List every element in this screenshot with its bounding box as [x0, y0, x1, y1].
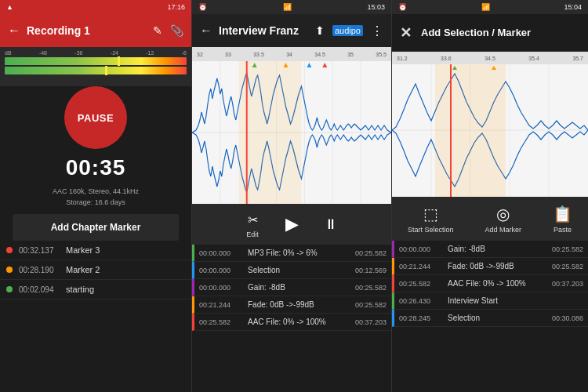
- event-row-2[interactable]: 00:00.000 Selection 00:12.569: [192, 262, 391, 279]
- playback-header: ← Interview Franz ⬆ audipo ⋮: [192, 14, 391, 47]
- event-start-2: 00:00.000: [199, 267, 243, 274]
- status-time-2: 15:03: [367, 3, 385, 11]
- p3-event-label-3: AAC File: 0% -> 100%: [448, 279, 547, 288]
- alarm-icon-3: ⏰: [398, 3, 407, 11]
- audio-info-line1: AAC 160k, Stereo, 44.1kHz: [53, 187, 139, 198]
- add-chapter-marker-button[interactable]: Add Chapter Marker: [13, 214, 179, 241]
- event-label-1: MP3 File: 0% -> 6%: [248, 249, 350, 257]
- meter-bar-right: [5, 67, 187, 74]
- ruler-34: 34: [286, 52, 292, 57]
- ruler3-33: 33.6: [441, 56, 452, 61]
- p3-event-row-3[interactable]: 00:25.582 AAC File: 0% -> 100% 00:37.203: [392, 275, 588, 292]
- recording-title: Recording 1: [27, 24, 153, 37]
- paste-label: Paste: [554, 226, 572, 234]
- meter-label-db: dB: [5, 50, 12, 56]
- clip-icon[interactable]: 📎: [170, 24, 183, 37]
- p3-event-label-2: Fade: 0dB ->-99dB: [448, 262, 547, 270]
- event-start-1: 00:00.000: [199, 249, 243, 257]
- edit-control[interactable]: ✂ Edit: [243, 210, 262, 238]
- meter-label-48: -48: [39, 50, 47, 56]
- signal-icon: ▲: [6, 3, 13, 11]
- p3-event-start-1: 00:00.000: [399, 245, 443, 253]
- p3-event-start-5: 00:28.245: [399, 314, 443, 322]
- p3-event-label-1: Gain: -8dB: [448, 245, 547, 253]
- marker-time-3: 00:32.137: [19, 246, 60, 255]
- pause-control[interactable]: ⏸: [321, 215, 340, 234]
- recording-header: ← Recording 1 ✎ 📎: [0, 14, 191, 47]
- event-row-4[interactable]: 00:21.244 Fade: 0dB ->-99dB 00:25.582: [192, 296, 391, 314]
- p3-event-label-5: Selection: [448, 314, 547, 322]
- audipo-icon[interactable]: audipo: [332, 25, 363, 36]
- ruler3-31: 31.2: [397, 56, 408, 61]
- ruler-35: 35: [347, 52, 354, 57]
- event-end-2: 00:12.569: [355, 267, 387, 274]
- add-marker-button[interactable]: ◎ Add Marker: [478, 201, 528, 237]
- p3-event-row-5[interactable]: 00:28.245 Selection 00:30.086: [392, 310, 588, 327]
- waveform-area-3[interactable]: 31.2 33.6 34.5 35.4 35.7: [392, 52, 588, 197]
- meter-label-12: -12: [146, 50, 154, 56]
- record-section: PAUSE 00:35 AAC 160k, Stereo, 44.1kHz St…: [0, 86, 191, 241]
- paste-button[interactable]: 📋 Paste: [546, 201, 579, 237]
- add-marker-icon: ◎: [496, 205, 510, 223]
- p3-event-row-1[interactable]: 00:00.000 Gain: -8dB 00:25.582: [392, 241, 588, 258]
- start-selection-label: Start Selection: [408, 226, 454, 234]
- p3-event-start-4: 00:26.430: [399, 297, 443, 305]
- p3-event-row-2[interactable]: 00:21.244 Fade: 0dB ->-99dB 00:25.582: [392, 258, 588, 275]
- play-button[interactable]: ▶: [278, 210, 306, 238]
- wifi-icon-3: 📶: [481, 3, 490, 11]
- status-bar-2: ⏰ 📶 15:03: [192, 0, 391, 14]
- meter-bar-left: [5, 57, 187, 65]
- status-bar-1: ▲ 17:16: [0, 0, 191, 14]
- meter-labels: dB -48 -36 -24 -12 -6: [5, 50, 187, 56]
- play-icon: ▶: [285, 214, 299, 234]
- status-bar-3: ⏰ 📶 15:04: [392, 0, 588, 14]
- status-time-3: 15:04: [564, 3, 582, 11]
- pause-button[interactable]: PAUSE: [64, 86, 127, 149]
- marker-list: 00:32.137 Marker 3 00:28.190 Marker 2 00…: [0, 241, 191, 392]
- marker-item-2: 00:28.190 Marker 2: [0, 260, 191, 280]
- svg-rect-22: [435, 64, 506, 197]
- back-icon-2[interactable]: ←: [200, 24, 212, 38]
- p3-event-row-4[interactable]: 00:26.430 Interview Start: [392, 292, 588, 310]
- add-marker-label: Add Marker: [485, 226, 521, 234]
- playback-header-icons: ⬆ audipo ⋮: [315, 24, 383, 38]
- edit-icon-ctrl: ✂: [243, 210, 262, 229]
- marker-dot-3: [6, 247, 13, 253]
- event-row-3[interactable]: 00:00.000 Gain: -8dB 00:25.582: [192, 279, 391, 296]
- event-label-2: Selection: [248, 266, 350, 274]
- share-icon[interactable]: ⬆: [315, 24, 325, 37]
- marker-time-2: 00:28.190: [19, 266, 60, 274]
- marker-time-start: 00:02.094: [19, 285, 60, 294]
- playback-title: Interview Franz: [219, 24, 315, 37]
- back-icon[interactable]: ←: [8, 24, 20, 38]
- waveform-ruler-2: 32 33 33.5 34 34.5 35 35.5: [192, 47, 391, 61]
- p3-event-start-2: 00:21.244: [399, 263, 443, 270]
- meter-label-36: -36: [74, 50, 82, 56]
- close-button[interactable]: ✕: [400, 24, 412, 42]
- event-row-5[interactable]: 00:25.582 AAC File: 0% -> 100% 00:37.203: [192, 314, 391, 331]
- events-table-2: 00:00.000 MP3 File: 0% -> 6% 00:25.582 0…: [192, 245, 391, 392]
- more-icon[interactable]: ⋮: [371, 24, 383, 38]
- waveform-area-2[interactable]: 32 33 33.5 34 34.5 35 35.5: [192, 47, 391, 204]
- header-icons: ✎ 📎: [153, 24, 183, 37]
- p3-event-end-2: 00:25.582: [552, 263, 583, 270]
- marker-dot-2: [6, 267, 13, 273]
- marker-header-title: Add Selection / Marker: [421, 27, 531, 38]
- event-end-3: 00:25.582: [355, 284, 387, 292]
- event-start-4: 00:21.244: [199, 301, 243, 309]
- p3-event-start-3: 00:25.582: [399, 280, 443, 288]
- event-end-4: 00:25.582: [355, 301, 387, 309]
- edit-label: Edit: [246, 230, 259, 238]
- signal-icon-2: 📶: [283, 3, 292, 11]
- ruler-33-5: 33.5: [253, 52, 264, 57]
- audio-info-line2: Storage: 16.6 days: [53, 198, 139, 209]
- start-selection-button[interactable]: ⬚ Start Selection: [401, 201, 460, 237]
- waveform-canvas-2: [192, 61, 391, 204]
- audio-info: AAC 160k, Stereo, 44.1kHz Storage: 16.6 …: [53, 187, 139, 208]
- recording-panel: ▲ 17:16 ← Recording 1 ✎ 📎 dB -48 -36 -24…: [0, 0, 192, 392]
- timer-display: 00:35: [66, 155, 126, 180]
- event-end-1: 00:25.582: [355, 249, 387, 257]
- event-row-1[interactable]: 00:00.000 MP3 File: 0% -> 6% 00:25.582: [192, 245, 391, 262]
- edit-icon[interactable]: ✎: [153, 24, 162, 37]
- ruler3-35: 35.4: [528, 56, 539, 61]
